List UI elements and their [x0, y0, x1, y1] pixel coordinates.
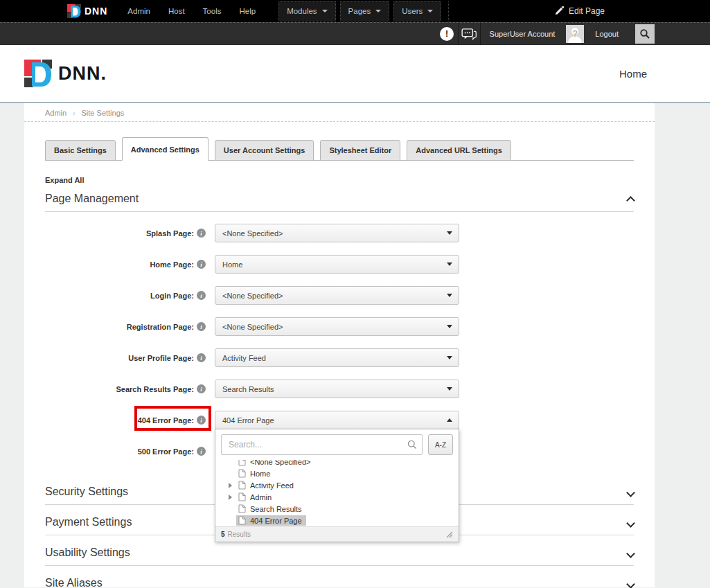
nav-link-home[interactable]: Home — [619, 68, 647, 80]
page-icon — [238, 481, 246, 490]
search-icon — [407, 440, 417, 452]
control-bar: DNN Admin Host Tools Help Modules Pages … — [0, 0, 710, 22]
edit-page-label: Edit Page — [569, 6, 605, 16]
tab-stylesheet-editor[interactable]: Stylesheet Editor — [320, 140, 400, 161]
dnn-logo-small: DNN — [67, 4, 107, 18]
user-profile-page-select[interactable]: Activity Feed — [215, 348, 459, 367]
tree-item-home[interactable]: Home — [215, 467, 459, 479]
section-header-page-management[interactable]: Page Management — [45, 193, 634, 212]
info-icon[interactable]: i — [197, 353, 206, 362]
splash-page-select[interactable]: <None Specified> — [215, 224, 459, 242]
search-button[interactable] — [635, 24, 655, 44]
page-icon — [238, 492, 246, 501]
menu-item-admin[interactable]: Admin — [118, 0, 159, 22]
breadcrumb-current: Site Settings — [82, 109, 125, 117]
settings-tabs: Basic Settings Advanced Settings User Ac… — [45, 137, 634, 161]
alert-icon: ! — [440, 27, 454, 41]
settings-content: Basic Settings Advanced Settings User Ac… — [24, 137, 655, 588]
info-icon[interactable]: i — [197, 229, 206, 238]
control-dropdown-menus: Modules Pages Users — [278, 0, 449, 22]
results-label: Results — [228, 531, 251, 538]
dnn-logo-icon — [67, 4, 81, 18]
site-logo-text: DNN. — [58, 63, 107, 84]
chevron-up-icon[interactable] — [626, 196, 635, 205]
chevron-down-icon[interactable] — [626, 549, 635, 558]
chevron-down-icon[interactable] — [626, 488, 635, 497]
tree-item-admin[interactable]: Admin — [215, 491, 459, 503]
tree-item-none-specified[interactable]: <None Specified> — [215, 460, 459, 467]
tree-item-search-results[interactable]: Search Results — [215, 503, 459, 515]
menu-item-host[interactable]: Host — [159, 0, 194, 22]
tab-user-account-settings[interactable]: User Account Settings — [215, 140, 314, 161]
page-picker-dropdown: A-Z — [215, 429, 459, 542]
expand-arrow-icon[interactable] — [229, 483, 232, 488]
error-404-select-wrap: 404 Error Page — [215, 411, 459, 429]
sort-az-button[interactable]: A-Z — [428, 434, 453, 455]
page-tree: <None Specified> — [215, 460, 459, 526]
user-bar-cluster: ! SuperUser Account ? Logout — [436, 23, 710, 45]
menu-dropdown-users[interactable]: Users — [393, 1, 441, 21]
pencil-icon — [554, 6, 564, 16]
chevron-down-icon — [322, 10, 328, 12]
account-link[interactable]: SuperUser Account — [481, 30, 565, 38]
breadcrumb-admin[interactable]: Admin — [45, 109, 66, 117]
logout-button[interactable]: Logout — [586, 30, 628, 38]
field-label: 404 Error Page: — [45, 416, 194, 425]
picker-search-box — [221, 434, 423, 455]
info-icon[interactable]: i — [197, 322, 206, 331]
field-label: Search Results Page: — [45, 385, 194, 393]
tab-advanced-settings[interactable]: Advanced Settings — [122, 137, 208, 161]
avatar[interactable]: ? — [566, 25, 584, 43]
home-page-select[interactable]: Home — [215, 255, 459, 274]
caret-down-icon — [447, 231, 452, 235]
registration-page-select[interactable]: <None Specified> — [215, 317, 459, 336]
info-icon[interactable]: i — [197, 260, 206, 269]
expand-all-link[interactable]: Expand All — [45, 176, 634, 184]
section-header-site-aliases[interactable]: Site Aliases — [45, 566, 634, 588]
search-results-page-select[interactable]: Search Results — [215, 380, 459, 398]
avatar-placeholder-glyph: ? — [573, 29, 578, 39]
edit-page-button[interactable]: Edit Page — [554, 6, 605, 16]
info-icon[interactable]: i — [197, 447, 206, 456]
menu-item-tools[interactable]: Tools — [194, 0, 231, 22]
section-title: Page Management — [45, 193, 139, 205]
login-page-select-wrap: <None Specified> — [215, 286, 459, 305]
content-pane: Admin › Site Settings Basic Settings Adv… — [24, 103, 655, 587]
info-icon[interactable]: i — [197, 291, 206, 300]
login-page-select[interactable]: <None Specified> — [215, 286, 459, 305]
page-icon — [238, 504, 246, 513]
error-404-page-select[interactable]: 404 Error Page — [215, 411, 459, 429]
field-row-login-page: Login Page: i <None Specified> — [45, 286, 634, 305]
field-label: 500 Error Page: — [45, 447, 194, 456]
info-icon[interactable]: i — [197, 384, 206, 393]
field-row-404-error-page: 404 Error Page: i 404 Error Page — [45, 411, 634, 429]
resize-grip-icon[interactable] — [445, 531, 453, 538]
search-icon — [639, 28, 650, 39]
divider — [448, 1, 449, 21]
tab-basic-settings[interactable]: Basic Settings — [45, 140, 116, 161]
chevron-down-icon[interactable] — [626, 580, 635, 588]
messages-button[interactable] — [459, 23, 480, 45]
tab-advanced-url-settings[interactable]: Advanced URL Settings — [407, 140, 511, 161]
picker-search-input[interactable] — [221, 434, 423, 455]
breadcrumb-separator: › — [73, 109, 75, 117]
dnn-logo-icon — [24, 60, 52, 87]
field-label: Splash Page: — [45, 229, 194, 238]
menu-item-help[interactable]: Help — [230, 0, 265, 22]
expand-arrow-icon[interactable] — [229, 495, 232, 500]
info-icon[interactable]: i — [197, 416, 206, 425]
field-row-search-results-page: Search Results Page: i Search Results — [45, 380, 634, 398]
menu-dropdown-pages[interactable]: Pages — [340, 1, 390, 21]
menu-dropdown-modules[interactable]: Modules — [278, 1, 335, 21]
field-label: Registration Page: — [45, 323, 194, 331]
field-row-registration-page: Registration Page: i <None Specified> — [45, 317, 634, 336]
tree-item-activity-feed[interactable]: Activity Feed — [215, 479, 459, 491]
caret-up-icon — [447, 418, 452, 422]
dnn-logo-large[interactable]: DNN. — [24, 60, 107, 87]
page-tree-list: <None Specified> — [215, 460, 459, 526]
tree-item-404-error-page[interactable]: 404 Error Page — [215, 515, 459, 526]
notifications-button[interactable]: ! — [436, 23, 458, 45]
chevron-down-icon[interactable] — [626, 519, 635, 528]
caret-down-icon — [447, 356, 452, 359]
search-results-page-select-wrap: Search Results — [215, 380, 459, 398]
